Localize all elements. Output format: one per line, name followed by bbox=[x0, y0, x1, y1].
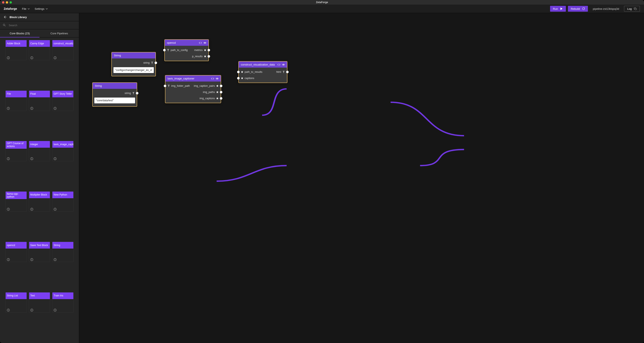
search-input[interactable] bbox=[8, 24, 76, 27]
node-header[interactable]: String bbox=[93, 83, 137, 89]
run-label: Run bbox=[553, 7, 558, 11]
port-out-string[interactable] bbox=[136, 92, 138, 94]
node-opencd[interactable]: opencd path_to_config metrics bbox=[164, 39, 209, 61]
info-icon[interactable] bbox=[30, 258, 33, 261]
info-icon[interactable] bbox=[54, 107, 56, 110]
block-tile-label: Train Iris bbox=[52, 292, 73, 299]
node-title: construct_visualization_data bbox=[241, 63, 276, 66]
tab-core-pipelines[interactable]: Core Pipelines bbox=[40, 29, 79, 37]
eye-icon[interactable] bbox=[204, 41, 206, 44]
node-string-input[interactable] bbox=[114, 67, 154, 73]
edge-lavis-pairs-to-viz bbox=[420, 150, 464, 166]
block-tile[interactable]: File bbox=[6, 91, 27, 111]
pipeline-id: pipeline-zst13ktqoq3d bbox=[590, 7, 622, 11]
port-out-metrics[interactable] bbox=[208, 49, 210, 51]
sidebar-title: Block Library bbox=[10, 16, 27, 19]
port-out-img-captions[interactable] bbox=[220, 97, 222, 100]
info-icon[interactable] bbox=[7, 56, 10, 59]
info-icon[interactable] bbox=[54, 258, 56, 261]
block-tile[interactable]: Canny Edge bbox=[29, 40, 50, 60]
star-icon bbox=[241, 71, 243, 73]
port-in-path-to-results[interactable] bbox=[237, 71, 240, 73]
info-icon[interactable] bbox=[30, 157, 33, 160]
info-icon[interactable] bbox=[54, 157, 56, 160]
code-icon[interactable] bbox=[278, 63, 280, 66]
block-tile[interactable]: opencd bbox=[6, 242, 27, 262]
block-tile[interactable]: Text bbox=[29, 292, 50, 313]
edge-string1-to-opencd bbox=[262, 89, 286, 115]
in-label: path_to_results bbox=[244, 71, 262, 73]
port-out-html[interactable] bbox=[286, 71, 289, 73]
info-icon[interactable] bbox=[54, 56, 56, 59]
back-arrow-icon[interactable] bbox=[3, 16, 7, 19]
menu-settings[interactable]: Settings bbox=[35, 7, 48, 11]
tab-core-blocks[interactable]: Core Blocks (23) bbox=[0, 29, 40, 37]
block-tile[interactable]: Adder Block bbox=[6, 40, 27, 60]
info-icon[interactable] bbox=[7, 258, 10, 261]
info-icon[interactable] bbox=[7, 157, 10, 160]
code-icon[interactable] bbox=[211, 77, 214, 80]
block-tile[interactable]: String bbox=[52, 242, 74, 262]
port-out-img-paths[interactable] bbox=[220, 91, 222, 93]
info-icon[interactable] bbox=[30, 107, 33, 110]
node-lavis[interactable]: lavis_image_captioner img_folder_path im… bbox=[165, 75, 221, 103]
run-button[interactable]: Run bbox=[550, 6, 566, 12]
star-icon bbox=[204, 49, 206, 51]
block-tile[interactable]: String List bbox=[6, 292, 27, 313]
edge-opencd-presults-to-viz bbox=[391, 102, 464, 136]
pipeline-canvas[interactable]: String string bbox=[79, 13, 644, 343]
block-tile[interactable]: GPT Story Teller bbox=[52, 91, 74, 111]
block-tile[interactable]: New Python bbox=[52, 191, 74, 212]
block-tile-grid: Adder BlockCanny Edgeconstruct_visualiza… bbox=[0, 38, 79, 343]
info-icon[interactable] bbox=[30, 309, 33, 311]
block-tile-label: New Python bbox=[52, 192, 73, 198]
node-header[interactable]: String bbox=[112, 53, 156, 59]
port-in-img-folder-path[interactable] bbox=[164, 85, 166, 87]
port-in-captions[interactable] bbox=[237, 77, 240, 80]
node-header[interactable]: lavis_image_captioner bbox=[166, 76, 221, 82]
type-icon bbox=[132, 92, 135, 94]
info-icon[interactable] bbox=[54, 309, 56, 311]
block-library-sidebar: Block Library Core Blocks (23) Core Pipe… bbox=[0, 13, 79, 343]
node-string-1[interactable]: String string bbox=[112, 52, 156, 76]
block-tile[interactable]: Integer bbox=[29, 141, 50, 161]
info-icon[interactable] bbox=[7, 107, 10, 110]
eye-icon[interactable] bbox=[282, 63, 285, 66]
block-tile-label: Save Text Block bbox=[29, 242, 50, 249]
block-tile[interactable]: Train Iris bbox=[52, 292, 74, 313]
info-icon[interactable] bbox=[30, 56, 33, 59]
block-tile[interactable]: lavis_image_caption bbox=[52, 141, 74, 161]
out-label: img_captions bbox=[200, 97, 215, 100]
node-header[interactable]: opencd bbox=[165, 40, 208, 46]
block-tile[interactable]: construct_visualizat bbox=[52, 40, 74, 60]
eye-icon[interactable] bbox=[216, 77, 218, 80]
log-button[interactable]: Log bbox=[624, 6, 640, 12]
rebuild-button[interactable]: Rebuild bbox=[568, 6, 588, 12]
code-icon[interactable] bbox=[199, 41, 202, 44]
in-label: img_folder_path bbox=[171, 85, 190, 87]
block-tile[interactable]: llama-cpp-python bbox=[6, 191, 27, 212]
menu-settings-label: Settings bbox=[35, 7, 44, 11]
node-string-2[interactable]: String string bbox=[92, 82, 137, 107]
node-viz[interactable]: construct_visualization_data path_to_res… bbox=[238, 61, 288, 83]
info-icon[interactable] bbox=[54, 208, 56, 211]
port-out-img-caption-pairs[interactable] bbox=[220, 85, 222, 87]
minimize-window-button[interactable] bbox=[6, 1, 8, 4]
type-icon bbox=[167, 49, 169, 51]
close-window-button[interactable] bbox=[2, 1, 4, 4]
info-icon[interactable] bbox=[7, 309, 10, 311]
node-string-input[interactable] bbox=[94, 98, 135, 103]
node-header[interactable]: construct_visualization_data bbox=[239, 62, 287, 68]
block-tile[interactable]: GPT Course of actions bbox=[6, 141, 27, 161]
menu-file[interactable]: File bbox=[22, 7, 30, 11]
port-out-string[interactable] bbox=[154, 62, 157, 64]
port-out-p-results[interactable] bbox=[208, 55, 210, 58]
info-icon[interactable] bbox=[30, 208, 33, 211]
connections-layer bbox=[79, 13, 644, 343]
block-tile[interactable]: Multiplier Block bbox=[29, 191, 50, 212]
port-in-path-to-config[interactable] bbox=[163, 49, 166, 51]
info-icon[interactable] bbox=[7, 208, 10, 211]
block-tile[interactable]: Float bbox=[29, 91, 50, 111]
block-tile[interactable]: Save Text Block bbox=[29, 242, 50, 262]
maximize-window-button[interactable] bbox=[10, 1, 12, 4]
